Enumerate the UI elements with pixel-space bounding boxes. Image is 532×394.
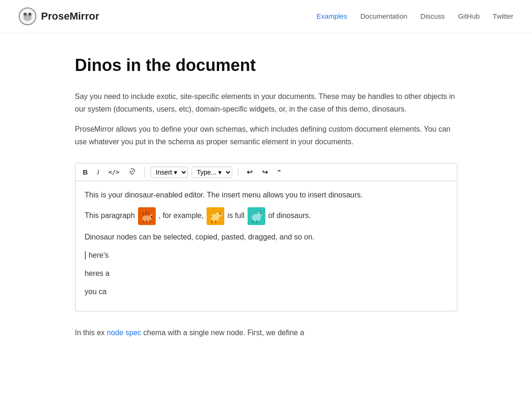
svg-rect-9 (143, 212, 144, 216)
toolbar-sep-2 (238, 168, 238, 177)
nav-discuss[interactable]: Discuss (421, 11, 445, 22)
svg-rect-23 (210, 216, 212, 217)
svg-rect-14 (146, 220, 147, 223)
editor-line-4: here's (85, 249, 448, 261)
quote-button[interactable]: " (275, 167, 283, 177)
svg-rect-13 (143, 220, 144, 223)
svg-point-4 (24, 13, 26, 15)
bottom-section: In this ex node spec chema with a single… (75, 326, 457, 339)
intro-para-2: ProseMirror allows you to define your ow… (75, 123, 457, 148)
link-icon (129, 168, 136, 175)
svg-point-5 (29, 13, 31, 15)
editor-line-1: This is your dinosaur-enabled editor. Th… (85, 189, 448, 201)
editor-line-3: Dinosaur nodes can be selected, copied, … (85, 231, 448, 243)
italic-button[interactable]: I (94, 167, 102, 177)
link-button[interactable] (126, 166, 139, 178)
svg-point-27 (260, 212, 261, 214)
logo-icon (19, 7, 36, 25)
page-title: Dinos in the document (75, 52, 457, 79)
line5-pre: heres a (85, 269, 110, 277)
svg-rect-15 (149, 220, 151, 223)
raptor-svg (248, 207, 265, 225)
stego-svg (138, 207, 156, 225)
intro-para-1: Say you need to include exotic, site-spe… (75, 90, 457, 115)
trex-svg (207, 207, 224, 225)
undo-button[interactable]: ↩ (244, 167, 256, 178)
toolbar-sep-1 (145, 168, 145, 177)
svg-point-18 (215, 212, 222, 217)
line2-mid1: , for example, (159, 211, 206, 219)
svg-rect-29 (252, 220, 254, 223)
nav-twitter[interactable]: Twitter (493, 11, 513, 22)
editor-toolbar: B I </> Insert ▾ Type... ▾ ↩ ↪ " (76, 163, 457, 181)
svg-rect-22 (215, 220, 216, 223)
type-dropdown[interactable]: Type... ▾ (192, 167, 232, 178)
bottom-text2: chema with a single new node. First, we … (143, 329, 304, 337)
editor-container: B I </> Insert ▾ Type... ▾ ↩ ↪ " This is… (75, 163, 457, 311)
line6-pre: you ca (85, 288, 107, 296)
line2-pre: This paragraph (85, 211, 137, 219)
nav-github[interactable]: GitHub (458, 11, 480, 22)
line4-pre: here's (89, 251, 109, 259)
svg-rect-21 (211, 220, 213, 223)
main-content: Dinos in the document Say you need to in… (66, 33, 467, 365)
svg-rect-10 (145, 211, 147, 216)
code-button[interactable]: </> (106, 167, 122, 177)
node-spec-link[interactable]: node spec (107, 329, 141, 337)
editor-body[interactable]: This is your dinosaur-enabled editor. Th… (76, 181, 457, 311)
dino-raptor[interactable] (248, 207, 265, 225)
redo-button[interactable]: ↪ (259, 167, 271, 178)
logo-text: ProseMirror (41, 8, 99, 24)
nav-documentation[interactable]: Documentation (360, 11, 408, 22)
text-cursor (85, 251, 86, 260)
bottom-para: In this ex node spec chema with a single… (75, 326, 457, 339)
svg-point-12 (151, 216, 152, 217)
editor-line-6: you ca (85, 285, 448, 298)
svg-point-19 (220, 213, 221, 214)
bold-button[interactable]: B (80, 167, 91, 177)
svg-point-26 (257, 212, 262, 217)
dino-stegosaurus[interactable] (138, 207, 156, 225)
dino-trex[interactable] (207, 207, 224, 225)
editor-line-2: This paragraph (85, 207, 448, 225)
main-nav: Examples Documentation Discuss GitHub Tw… (317, 11, 513, 22)
nav-examples[interactable]: Examples (317, 11, 347, 22)
editor-line-5: heres a (85, 267, 448, 280)
line2-mid2: is full (228, 211, 247, 219)
insert-dropdown[interactable]: Insert ▾ (151, 167, 188, 178)
line2-post: of dinosaurs. (268, 211, 311, 219)
header: ProseMirror Examples Documentation Discu… (0, 0, 532, 33)
logo-area: ProseMirror (19, 7, 99, 25)
svg-rect-30 (256, 220, 257, 223)
svg-rect-11 (148, 211, 150, 216)
bottom-text1: In this ex (75, 329, 105, 337)
